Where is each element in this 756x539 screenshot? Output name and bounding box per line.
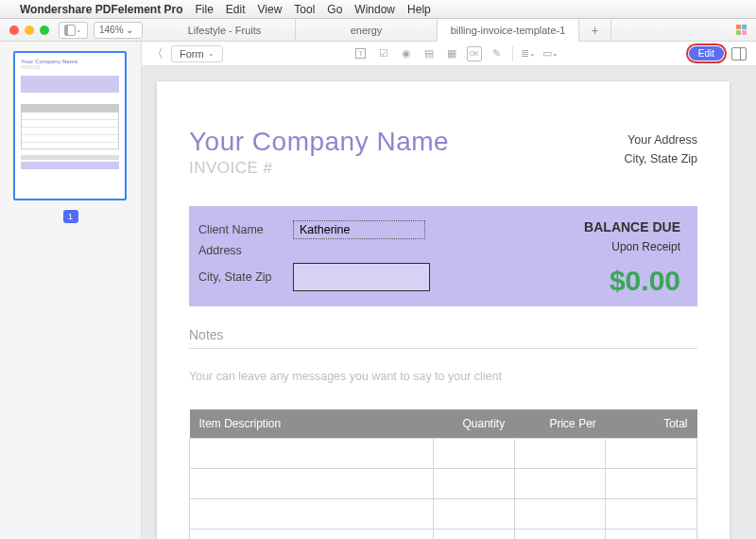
th-total: Total: [606, 409, 697, 439]
client-balance-panel: Client Name Address City, State Zip BALA…: [189, 206, 697, 306]
page-number-badge: 1: [63, 210, 78, 223]
thumb-footer-band: [21, 162, 119, 169]
address-line2: City, State Zip: [624, 149, 697, 168]
thumb-footer: [21, 155, 119, 160]
chevron-down-icon: ⌄: [76, 26, 82, 34]
table-row[interactable]: [190, 469, 697, 499]
menu-window[interactable]: Window: [354, 3, 395, 16]
button-tool-icon[interactable]: OK: [467, 46, 482, 61]
document-toolbar: 〈 Form ⌄ T ☑ ◉ ▤ ▦ OK ✎ ≣⌄ ▭⌄ Edit: [142, 42, 756, 66]
document-viewport[interactable]: Your Company Name INVOICE # Your Address…: [142, 66, 756, 539]
th-price: Price Per: [514, 409, 606, 439]
sidebar-icon: [64, 25, 76, 36]
balance-amount: $0.00: [610, 265, 680, 297]
radio-tool-icon[interactable]: ◉: [399, 46, 414, 61]
invoice-page: Your Company Name INVOICE # Your Address…: [157, 81, 730, 539]
window-controls: [0, 26, 59, 35]
invoice-number-label: INVOICE #: [189, 159, 697, 178]
thumb-band: [21, 76, 119, 93]
zoom-value: 146% ⌄: [99, 25, 133, 35]
notes-heading: Notes: [189, 327, 697, 342]
menu-tool[interactable]: Tool: [294, 3, 315, 16]
list-tool-icon[interactable]: ▦: [444, 46, 459, 61]
fullscreen-window-icon[interactable]: [40, 26, 49, 35]
chevron-down-icon: ⌄: [208, 49, 215, 58]
menu-edit[interactable]: Edit: [226, 3, 246, 16]
distribute-tool-icon[interactable]: ▭⌄: [543, 46, 558, 61]
edit-button[interactable]: Edit: [689, 46, 724, 61]
back-button[interactable]: 〈: [151, 45, 163, 62]
app-name[interactable]: Wondershare PDFelement Pro: [20, 3, 183, 16]
form-dropdown-label: Form: [180, 48, 204, 60]
table-row[interactable]: [190, 499, 697, 530]
page-thumbnail[interactable]: Your Company Name INVOICE: [13, 51, 127, 200]
tab-energy[interactable]: energy: [296, 19, 438, 42]
menu-go[interactable]: Go: [327, 3, 342, 16]
macos-menubar: Wondershare PDFelement Pro File Edit Vie…: [0, 0, 756, 19]
balance-due-label: BALANCE DUE: [584, 219, 680, 235]
align-tool-icon[interactable]: ≣⌄: [521, 46, 536, 61]
th-description: Item Description: [190, 409, 434, 439]
close-window-icon[interactable]: [9, 26, 19, 35]
signature-tool-icon[interactable]: ✎: [490, 46, 505, 61]
menu-file[interactable]: File: [196, 3, 214, 16]
document-tabs: Lifestyle - Fruits energy billing-invoic…: [154, 19, 727, 42]
address-label: Address: [198, 244, 293, 257]
city-state-zip-field[interactable]: [293, 263, 430, 291]
text-field-tool-icon[interactable]: T: [353, 46, 369, 61]
zoom-dropdown[interactable]: 146% ⌄: [94, 22, 143, 39]
sidebar-toggle-button[interactable]: ⌄: [59, 22, 88, 39]
tab-billing-invoice[interactable]: billing-invoice-template-1: [438, 19, 579, 42]
combo-tool-icon[interactable]: ▤: [421, 46, 437, 61]
city-state-zip-label: City, State Zip: [198, 270, 293, 284]
thumbnail-sidebar: Your Company Name INVOICE 1: [0, 42, 142, 539]
client-name-label: Client Name: [198, 223, 293, 236]
notes-placeholder: Your can leave any messages you want to …: [189, 370, 697, 383]
company-address: Your Address City, State Zip: [624, 130, 697, 168]
address-line1: Your Address: [624, 130, 697, 149]
thumb-table: [21, 104, 119, 149]
payment-terms: Upon Receipt: [611, 240, 680, 253]
client-name-field[interactable]: [293, 220, 425, 239]
table-row[interactable]: [190, 439, 697, 469]
form-dropdown[interactable]: Form ⌄: [171, 45, 223, 62]
thumb-invoice: INVOICE: [21, 64, 119, 70]
new-tab-button[interactable]: +: [579, 19, 611, 42]
properties-panel-icon[interactable]: [731, 47, 747, 61]
apps-grid-icon[interactable]: [736, 25, 747, 35]
menu-view[interactable]: View: [258, 3, 283, 16]
th-quantity: Quantity: [433, 409, 514, 439]
company-name: Your Company Name: [189, 127, 697, 157]
items-table: Item Description Quantity Price Per Tota…: [189, 409, 697, 539]
minimize-window-icon[interactable]: [25, 26, 34, 35]
menu-help[interactable]: Help: [407, 3, 431, 16]
tab-lifestyle[interactable]: Lifestyle - Fruits: [154, 19, 296, 42]
divider: [189, 348, 697, 349]
table-row[interactable]: [190, 530, 697, 540]
checkbox-tool-icon[interactable]: ☑: [376, 46, 391, 61]
window-toolbar: ⌄ 146% ⌄ Lifestyle - Fruits energy billi…: [0, 19, 756, 42]
